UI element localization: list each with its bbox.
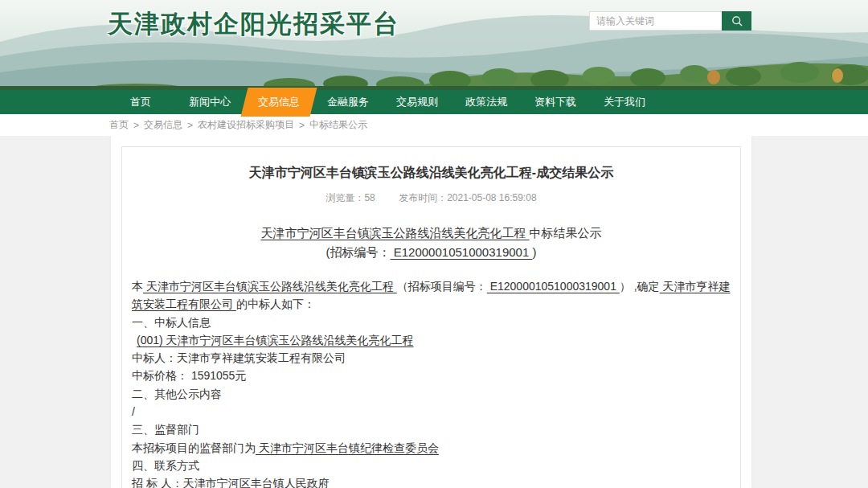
breadcrumb-item-current: 中标结果公示: [309, 118, 367, 132]
section-2-content: /: [132, 403, 731, 420]
item-001-text: (001) 天津市宁河区丰台镇滨玉公路线沿线美化亮化工程: [137, 334, 414, 347]
site-title: 天津政村企阳光招采平台: [108, 7, 399, 41]
bid-no-value: E1200001051000319001: [391, 245, 533, 259]
notice-heading-line1: 天津市宁河区丰台镇滨玉公路线沿线美化亮化工程 中标结果公示: [132, 223, 731, 243]
intro-project-code: E1200001051000319001: [487, 280, 620, 293]
article-box: 天津市宁河区丰台镇滨玉公路线沿线美化亮化工程-成交结果公示 浏览量：58 发布时…: [121, 146, 741, 488]
article-title: 天津市宁河区丰台镇滨玉公路线沿线美化亮化工程-成交结果公示: [132, 165, 731, 182]
intro-text: 本: [132, 280, 143, 293]
price-value: 1591055元: [188, 369, 246, 382]
supervision-dept: 天津市宁河区丰台镇纪律检查委员会: [256, 441, 439, 454]
nav-item-policy[interactable]: 政策法规: [452, 90, 521, 114]
nav-item-label: 金融服务: [327, 95, 369, 109]
breadcrumb-separator: >: [133, 120, 139, 131]
nav-item-label: 首页: [130, 95, 151, 109]
price-line: 中标价格： 1591055元: [132, 367, 731, 384]
breadcrumb-item-rural-projects[interactable]: 农村建设招标采购项目: [198, 118, 294, 132]
intro-text: 的中标人如下：: [236, 297, 315, 310]
section-1-title: 一、中标人信息: [132, 314, 731, 331]
breadcrumb-item-home[interactable]: 首页: [109, 118, 129, 132]
intro-paragraph: 本 天津市宁河区丰台镇滨玉公路线沿线美化亮化工程 （招标项目编号： E12000…: [132, 277, 731, 314]
winner-line: 中标人：天津市亨祥建筑安装工程有限公司: [132, 349, 731, 367]
bid-no-prefix: (招标编号：: [326, 245, 391, 259]
notice-heading: 天津市宁河区丰台镇滨玉公路线沿线美化亮化工程 中标结果公示 (招标编号： E12…: [132, 223, 731, 262]
bidder-line: 招 标 人：天津市宁河区丰台镇人民政府: [132, 474, 731, 488]
item-001-line: (001) 天津市宁河区丰台镇滨玉公路线沿线美化亮化工程: [132, 331, 731, 349]
nav-item-label: 新闻中心: [189, 95, 231, 109]
views-count: 58: [364, 192, 375, 203]
publish-value: 2021-05-08 16:59:08: [447, 192, 536, 203]
nav-item-trade-rules[interactable]: 交易规则: [383, 90, 452, 114]
publish-time: 发布时间：2021-05-08 16:59:08: [399, 192, 536, 203]
breadcrumb-separator: >: [187, 120, 193, 131]
content-area: 天津市宁河区丰台镇滨玉公路线沿线美化亮化工程-成交结果公示 浏览量：58 发布时…: [0, 136, 868, 488]
supervision-line: 本招标项目的监督部门为 天津市宁河区丰台镇纪律检查委员会: [132, 439, 731, 457]
bidder-name: 天津市宁河区丰台镇人民政府: [183, 477, 330, 488]
intro-text: ） ,确定: [620, 280, 660, 293]
winner-label: 中标人：: [132, 351, 177, 364]
breadcrumb-separator: >: [299, 120, 305, 131]
nav-item-news[interactable]: 新闻中心: [175, 90, 244, 114]
notice-heading-line2: (招标编号： E1200001051000319001 ): [132, 243, 731, 262]
nav-item-about[interactable]: 关于我们: [590, 90, 659, 114]
content-panel: 天津市宁河区丰台镇滨玉公路线沿线美化亮化工程-成交结果公示 浏览量：58 发布时…: [111, 136, 751, 488]
section-2-title: 二、其他公示内容: [132, 385, 731, 403]
breadcrumb-item-trade-info[interactable]: 交易信息: [144, 118, 182, 132]
supervision-prefix: 本招标项目的监督部门为: [132, 441, 256, 454]
search-box: [589, 11, 751, 31]
intro-project-name: 天津市宁河区丰台镇滨玉公路线沿线美化亮化工程: [143, 280, 397, 293]
publish-label: 发布时间：: [399, 192, 447, 203]
bid-no-suffix: ): [532, 245, 536, 259]
nav-item-home[interactable]: 首页: [106, 90, 175, 114]
nav-item-finance[interactable]: 金融服务: [313, 90, 383, 114]
views-label: 浏览量：: [326, 192, 364, 203]
price-label: 中标价格：: [132, 369, 188, 382]
article-meta: 浏览量：58 发布时间：2021-05-08 16:59:08: [132, 191, 731, 205]
nav-item-label: 交易规则: [396, 95, 438, 109]
section-3-title: 三、监督部门: [132, 420, 731, 438]
article-body: 本 天津市宁河区丰台镇滨玉公路线沿线美化亮化工程 （招标项目编号： E12000…: [132, 277, 731, 488]
search-button[interactable]: [722, 11, 751, 31]
notice-heading-suffix: 中标结果公示: [530, 226, 602, 240]
nav-item-trade-info[interactable]: 交易信息: [241, 88, 317, 117]
nav-item-label: 交易信息: [258, 95, 300, 109]
hero-banner: 天津政村企阳光招采平台: [0, 0, 868, 90]
section-4-title: 四、联系方式: [132, 457, 731, 474]
search-input[interactable]: [589, 11, 722, 31]
nav-item-label: 政策法规: [465, 95, 507, 109]
search-icon: [731, 14, 743, 27]
breadcrumb: 首页 > 交易信息 > 农村建设招标采购项目 > 中标结果公示: [0, 114, 868, 136]
notice-project-name: 天津市宁河区丰台镇滨玉公路线沿线美化亮化工程: [260, 226, 529, 240]
nav-item-label: 关于我们: [604, 95, 645, 109]
bidder-label: 招 标 人：: [132, 477, 183, 488]
main-nav: 首页 新闻中心 交易信息 金融服务 交易规则 政策法规 资料下载 关于我们: [0, 90, 868, 114]
nav-item-label: 资料下载: [534, 95, 576, 109]
intro-text: （招标项目编号：: [397, 280, 487, 293]
nav-item-downloads[interactable]: 资料下载: [521, 90, 590, 114]
views-counter: 浏览量：58: [326, 192, 375, 203]
winner-name: 天津市亨祥建筑安装工程有限公司: [177, 351, 346, 364]
